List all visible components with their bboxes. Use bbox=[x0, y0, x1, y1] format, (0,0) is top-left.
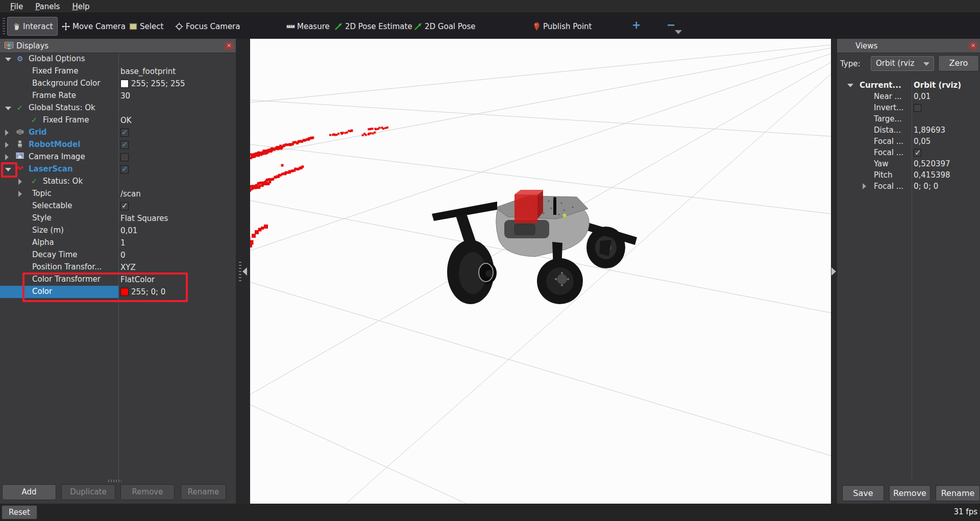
toolbar-drag-handle[interactable] bbox=[3, 18, 5, 35]
property-label-cell[interactable]: Grid bbox=[0, 127, 118, 139]
property-label-cell[interactable]: Fixed Frame bbox=[0, 65, 118, 78]
tree-row-decay-time[interactable]: Decay Time0 bbox=[0, 249, 236, 261]
property-label-cell[interactable]: ✓Fixed Frame bbox=[0, 114, 118, 127]
property-value-cell[interactable]: ✓ bbox=[120, 200, 129, 212]
menu-item-file[interactable]: File bbox=[4, 1, 29, 12]
duplicate-display-button[interactable]: Duplicate bbox=[61, 484, 115, 500]
tree-row-camera-image[interactable]: Camera Image bbox=[0, 151, 236, 163]
property-value-cell[interactable]: FlatColor bbox=[120, 274, 155, 286]
add-display-button[interactable]: Add bbox=[2, 484, 56, 500]
property-value-cell[interactable] bbox=[120, 151, 129, 163]
view-row-pitch[interactable]: Pitch0,415398 bbox=[837, 169, 980, 181]
checkbox[interactable] bbox=[120, 153, 129, 161]
expander-closed-icon[interactable] bbox=[5, 154, 9, 160]
property-label-cell[interactable]: RobotModel bbox=[0, 139, 118, 151]
zero-button[interactable]: Zero bbox=[938, 55, 979, 71]
expander-open-icon[interactable] bbox=[5, 58, 11, 61]
expander-closed-icon[interactable] bbox=[18, 179, 22, 185]
view-property-value-cell[interactable] bbox=[914, 102, 921, 113]
displays-panel-header[interactable]: Displays ✕ bbox=[0, 39, 236, 53]
view-type-dropdown[interactable]: Orbit (rviz bbox=[871, 56, 934, 71]
tree-row-selectable[interactable]: Selectable✓ bbox=[0, 200, 236, 212]
collapse-right-icon[interactable] bbox=[831, 267, 836, 276]
view-row-yaw[interactable]: Yaw0,520397 bbox=[837, 158, 980, 169]
tool-2d-pose-estimate[interactable]: 2D Pose Estimate bbox=[330, 17, 416, 36]
tool-measure[interactable]: Measure bbox=[282, 17, 334, 36]
left-splitter[interactable] bbox=[236, 39, 250, 504]
tree-row-position-transfor-[interactable]: Position Transfor...XYZ bbox=[0, 261, 236, 274]
color-swatch[interactable] bbox=[120, 288, 129, 296]
view-row-dista-[interactable]: Dista...1,89693 bbox=[837, 125, 980, 136]
property-label-cell[interactable]: ✓Global Status: Ok bbox=[0, 102, 118, 114]
property-value-cell[interactable]: base_footprint bbox=[120, 65, 176, 78]
view-property-value-cell[interactable]: Orbit (rviz) bbox=[914, 80, 961, 91]
tree-row-grid[interactable]: Grid✓ bbox=[0, 127, 236, 139]
property-label-cell[interactable]: Decay Time bbox=[0, 249, 118, 261]
property-label-cell[interactable]: Size (m) bbox=[0, 225, 118, 237]
tool-move-camera[interactable]: Move Camera bbox=[57, 17, 130, 36]
add-tool-button[interactable]: + bbox=[632, 19, 641, 31]
view-row-invert-[interactable]: Invert... bbox=[837, 102, 980, 113]
collapse-left-icon[interactable] bbox=[242, 267, 247, 276]
property-value-cell[interactable]: ✓ bbox=[120, 139, 129, 151]
property-label-cell[interactable]: Selectable bbox=[0, 200, 118, 212]
tree-row-status-ok[interactable]: ✓Status: Ok bbox=[0, 176, 236, 188]
tree-row-robotmodel[interactable]: RobotModel✓ bbox=[0, 139, 236, 151]
tool-publish-point[interactable]: Publish Point bbox=[528, 17, 596, 36]
tree-row-size-m-[interactable]: Size (m)0,01 bbox=[0, 225, 236, 237]
tree-row-laserscan[interactable]: LaserScan✓ bbox=[0, 163, 236, 176]
property-label-cell[interactable]: Camera Image bbox=[0, 151, 118, 163]
tool-interact[interactable]: Interact bbox=[7, 17, 58, 36]
property-value-cell[interactable]: /scan bbox=[120, 188, 141, 200]
remove-display-button[interactable]: Remove bbox=[120, 484, 175, 500]
tree-row-global-options[interactable]: ⚙Global Options bbox=[0, 53, 236, 65]
tool-2d-goal-pose[interactable]: 2D Goal Pose bbox=[409, 17, 480, 36]
property-label-cell[interactable]: Position Transfor... bbox=[0, 261, 118, 274]
property-label-cell[interactable]: Topic bbox=[0, 188, 118, 200]
right-splitter[interactable] bbox=[831, 39, 837, 504]
property-label-cell[interactable]: Color Transformer bbox=[0, 274, 118, 286]
expander-closed-icon[interactable] bbox=[5, 142, 9, 148]
close-icon[interactable]: ✕ bbox=[969, 42, 977, 50]
view-property-value-cell[interactable]: 0,01 bbox=[914, 91, 930, 102]
view-row-focal-[interactable]: Focal ...0,05 bbox=[837, 136, 980, 147]
tree-row-background-color[interactable]: Background Color255; 255; 255 bbox=[0, 78, 236, 90]
view-property-value-cell[interactable]: ✓ bbox=[914, 147, 921, 158]
view-row-focal-[interactable]: Focal ...0; 0; 0 bbox=[837, 181, 980, 192]
tool-select[interactable]: Select bbox=[125, 17, 167, 36]
property-label-cell[interactable]: ✓Status: Ok bbox=[0, 176, 118, 188]
menu-item-panels[interactable]: Panels bbox=[29, 1, 66, 12]
property-label-cell[interactable]: Frame Rate bbox=[0, 90, 118, 102]
menu-item-help[interactable]: Help bbox=[66, 1, 95, 12]
remove-view-button[interactable]: Remove bbox=[889, 485, 930, 501]
property-value-cell[interactable]: ✓ bbox=[120, 127, 129, 139]
tree-row-global-status-ok[interactable]: ✓Global Status: Ok bbox=[0, 102, 236, 114]
expander-open-icon[interactable] bbox=[5, 107, 11, 110]
view-property-value-cell[interactable]: 0,520397 bbox=[914, 158, 950, 169]
property-value-cell[interactable]: Flat Squares bbox=[120, 212, 168, 225]
property-value-cell[interactable]: 0,01 bbox=[120, 225, 137, 237]
property-label-cell[interactable]: Style bbox=[0, 212, 118, 225]
toolbar-extension-arrow[interactable] bbox=[675, 30, 682, 34]
3d-viewport[interactable] bbox=[250, 39, 831, 504]
color-swatch[interactable] bbox=[120, 80, 129, 88]
view-row-current-[interactable]: Current...Orbit (rviz) bbox=[837, 80, 980, 91]
expander-open-icon[interactable] bbox=[847, 84, 853, 87]
rename-display-button[interactable]: Rename bbox=[181, 484, 226, 500]
property-label-cell[interactable]: Alpha bbox=[0, 237, 118, 249]
property-value-cell[interactable]: 30 bbox=[120, 90, 130, 102]
close-icon[interactable]: ✕ bbox=[225, 42, 233, 50]
property-value-cell[interactable]: 255; 255; 255 bbox=[120, 78, 185, 90]
tree-row-color-transformer[interactable]: Color TransformerFlatColor bbox=[0, 274, 236, 286]
tree-row-color[interactable]: Color255; 0; 0 bbox=[0, 286, 236, 298]
view-row-targe-[interactable]: Targe... bbox=[837, 113, 980, 125]
tree-row-fixed-frame[interactable]: Fixed Framebase_footprint bbox=[0, 65, 236, 78]
view-property-value-cell[interactable]: 1,89693 bbox=[914, 125, 945, 136]
view-property-value-cell[interactable]: 0,05 bbox=[914, 136, 930, 147]
view-row-near-[interactable]: Near ...0,01 bbox=[837, 91, 980, 102]
tree-row-style[interactable]: StyleFlat Squares bbox=[0, 212, 236, 225]
checkbox[interactable] bbox=[914, 104, 921, 112]
remove-tool-button[interactable]: − bbox=[667, 19, 676, 31]
rename-view-button[interactable]: Rename bbox=[936, 485, 980, 501]
checkbox[interactable]: ✓ bbox=[120, 165, 129, 173]
